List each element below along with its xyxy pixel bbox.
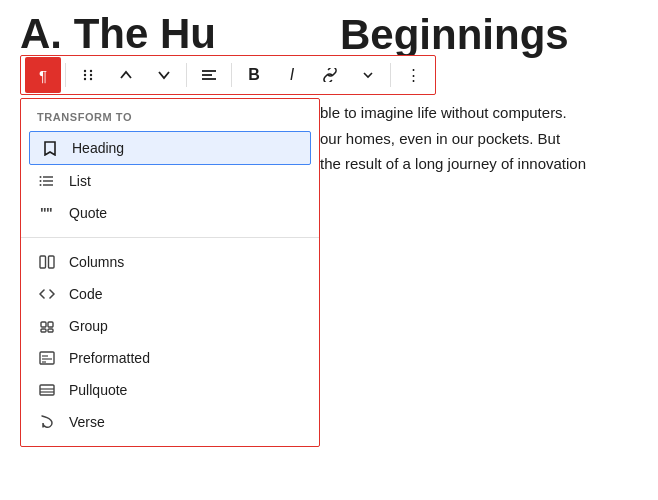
svg-rect-20 [48, 322, 53, 327]
dropdown-item-code[interactable]: Code [21, 278, 319, 310]
svg-point-2 [84, 78, 86, 80]
link-button[interactable] [312, 57, 348, 93]
align-button[interactable] [191, 57, 227, 93]
drag-icon [81, 68, 95, 82]
code-label: Code [69, 286, 102, 302]
columns-label: Columns [69, 254, 124, 270]
svg-rect-18 [49, 256, 55, 268]
bold-button[interactable]: B [236, 57, 272, 93]
svg-rect-19 [41, 322, 46, 327]
toolbar-divider-3 [231, 63, 232, 87]
page-heading-partial: A. The Hu [20, 10, 216, 58]
verse-label: Verse [69, 414, 105, 430]
drag-button[interactable] [70, 57, 106, 93]
dropdown-item-verse[interactable]: Verse [21, 406, 319, 438]
svg-point-1 [84, 74, 86, 76]
chevron-down-small-icon [362, 69, 374, 81]
pullquote-icon [37, 382, 57, 398]
dropdown-item-columns[interactable]: Columns [21, 246, 319, 278]
dropdown-item-list[interactable]: List [21, 165, 319, 197]
code-icon [37, 286, 57, 302]
content-area: ble to imagine life without computers. o… [320, 100, 638, 177]
quote-icon: " " [37, 205, 57, 221]
toolbar-divider-1 [65, 63, 66, 87]
content-line-1: ble to imagine life without computers. [320, 100, 638, 126]
transform-dropdown: TRANSFORM TO Heading List " [20, 98, 320, 447]
align-icon [201, 68, 217, 82]
paragraph-button[interactable]: ¶ [25, 57, 61, 93]
svg-point-3 [90, 70, 92, 72]
content-line-2: our homes, even in our pockets. But [320, 126, 638, 152]
toolbar-divider-2 [186, 63, 187, 87]
svg-rect-17 [40, 256, 46, 268]
chevron-up-icon [119, 68, 133, 82]
svg-text:": " [46, 205, 53, 221]
bookmark-icon [40, 140, 60, 156]
preformatted-icon [37, 350, 57, 366]
dropdown-item-heading[interactable]: Heading [29, 131, 311, 165]
preformatted-label: Preformatted [69, 350, 150, 366]
dropdown-section-label: TRANSFORM TO [21, 99, 319, 131]
link-icon [322, 68, 338, 82]
heading-label: Heading [72, 140, 124, 156]
svg-rect-21 [41, 329, 46, 332]
italic-button[interactable]: I [274, 57, 310, 93]
content-line-3: the result of a long journey of innovati… [320, 151, 638, 177]
toolbar-divider-4 [390, 63, 391, 87]
move-up-button[interactable] [108, 57, 144, 93]
columns-icon [37, 254, 57, 270]
dropdown-item-quote[interactable]: " " Quote [21, 197, 319, 229]
svg-point-0 [84, 70, 86, 72]
pullquote-label: Pullquote [69, 382, 127, 398]
list-icon [37, 173, 57, 189]
list-label: List [69, 173, 91, 189]
more-rich-button[interactable] [350, 57, 386, 93]
dropdown-item-group[interactable]: Group [21, 310, 319, 342]
chevron-down-icon [157, 68, 171, 82]
svg-rect-22 [48, 329, 53, 332]
verse-icon [37, 414, 57, 430]
page-title: Beginnings [340, 10, 569, 60]
options-button[interactable]: ⋮ [395, 57, 431, 93]
dropdown-separator [21, 237, 319, 238]
svg-rect-27 [40, 385, 54, 395]
block-toolbar: ¶ B I [20, 55, 436, 95]
svg-point-4 [90, 74, 92, 76]
svg-point-5 [90, 78, 92, 80]
group-icon [37, 318, 57, 334]
move-down-button[interactable] [146, 57, 182, 93]
dropdown-item-pullquote[interactable]: Pullquote [21, 374, 319, 406]
quote-label: Quote [69, 205, 107, 221]
dropdown-item-preformatted[interactable]: Preformatted [21, 342, 319, 374]
group-label: Group [69, 318, 108, 334]
